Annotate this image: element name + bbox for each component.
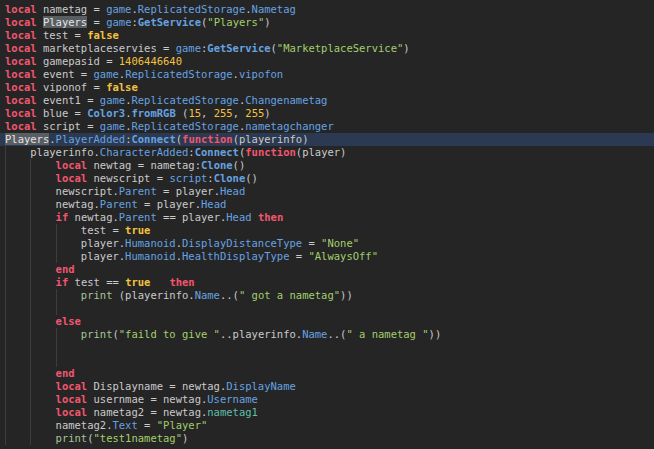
code-token-str: " got a nametag" [239,289,340,301]
code-line[interactable]: local Players = game:GetService("Players… [0,16,654,29]
code-line[interactable] [0,354,654,367]
code-token-blue: DisplayName [226,380,296,392]
code-token-blue: CharacterAdded [100,146,189,158]
code-line[interactable]: if newtag.Parent == player.Head then [0,211,654,224]
code-token-mth: Connect [131,133,175,145]
code-token-mth: fromRGB [131,107,175,119]
code-area[interactable]: local nametag = game.ReplicatedStorage.N… [0,0,654,445]
code-token-pl [5,263,56,275]
code-line[interactable]: newtag.Parent = player.Head [0,198,654,211]
script-editor[interactable]: local nametag = game.ReplicatedStorage.N… [0,0,654,449]
code-line[interactable]: print("test1nametag") [0,432,654,445]
code-line[interactable]: local event = game.ReplicatedStorage.vip… [0,68,654,81]
code-token-mth: Color3 [87,107,125,119]
code-token-str: "Player" [157,419,208,431]
code-token-blue: game [94,68,119,80]
occurrence-highlight: Players [5,133,49,145]
code-token-blue: HealthDisplayType [182,250,289,262]
code-token-kw: then [258,211,283,223]
code-token-pl [5,367,56,379]
code-token-blue: DisplayDistanceType [182,237,302,249]
code-token-kw: end [56,367,75,379]
code-token-str: "Players" [207,16,264,28]
code-token-str: "None" [321,237,359,249]
code-line[interactable]: local gamepasid = 1406446640 [0,55,654,68]
code-line[interactable]: player.Humanoid.HealthDisplayType = "Alw… [0,250,654,263]
code-token-pl: = [87,16,106,28]
code-token-pl: = [138,419,157,431]
code-line[interactable]: local Displayname = newtag.DisplayName [0,380,654,393]
code-token-pl: blue = [37,107,88,119]
code-line[interactable]: else [0,315,654,328]
code-token-pl: )) [340,289,353,301]
code-token-kw: local [56,159,88,171]
code-line[interactable]: end [0,263,654,276]
code-line[interactable]: local marketplaceservies = game:GetServi… [0,42,654,55]
code-token-blue: Head [220,185,245,197]
code-line[interactable]: local event1 = game.ReplicatedStorage.Ch… [0,94,654,107]
code-line[interactable]: local test = false [0,29,654,42]
code-line[interactable]: local script = game.ReplicatedStorage.na… [0,120,654,133]
code-token-blue: Name [195,289,220,301]
code-token-blue: game [100,94,125,106]
code-line[interactable]: playerinfo.CharacterAdded:Connect(functi… [0,146,654,159]
code-line[interactable]: local blue = Color3.fromRGB (15, 255, 25… [0,107,654,120]
code-line[interactable]: local nametag = game.ReplicatedStorage.N… [0,3,654,16]
code-line[interactable]: print (playerinfo.Name..(" got a nametag… [0,289,654,302]
code-token-pl [5,315,56,327]
code-token-blue: Changenametag [245,94,327,106]
code-token-pl: () [233,159,246,171]
code-line[interactable]: local nametag2 = newtag.nametag1 [0,406,654,419]
code-token-str: "MarketplaceService" [277,42,403,54]
code-token-kw: function [182,133,233,145]
code-token-pl: test = [37,29,88,41]
code-token-mth: GetService [138,16,201,28]
code-token-kw: end [56,263,75,275]
code-line[interactable]: local usernmae = newtag.Username [0,393,654,406]
code-line[interactable]: end [0,367,654,380]
code-line[interactable]: player.Humanoid.DisplayDistanceType = "N… [0,237,654,250]
code-token-pl: test == [68,276,125,288]
code-token-kw: local [56,380,88,392]
code-line[interactable]: print("faild to give "..playerinfo.Name.… [0,328,654,341]
code-line[interactable]: local newtag = nametag:Clone() [0,159,654,172]
code-token-pl: (playerinfo) [233,133,309,145]
code-token-kw: local [5,42,37,54]
code-line[interactable]: newscript.Parent = player.Head [0,185,654,198]
code-token-str: "AlwaysOff" [308,250,378,262]
code-token-pl: newtag. [68,211,119,223]
code-token-kw: local [56,406,88,418]
code-token-pl: )) [429,328,442,340]
code-token-pl [150,276,169,288]
code-token-blue: vipofon [239,68,283,80]
code-token-pl: ..( [220,289,239,301]
code-token-kw: local [5,120,37,132]
code-token-blue: Head [226,211,251,223]
code-token-kw: local [5,29,37,41]
code-token-kw: local [5,16,37,28]
code-token-pl: nametag2 = newtag. [87,406,207,418]
code-token-pl: ) [264,16,270,28]
code-token-pl [5,328,81,340]
code-token-pl: nametag2. [5,419,112,431]
code-token-mth: Connect [195,146,239,158]
code-line[interactable]: nametag2.Text = "Player" [0,419,654,432]
code-token-pl: (player) [296,146,347,158]
code-token-mth: GetService [207,42,270,54]
code-token-pl: (playerinfo. [112,289,194,301]
code-token-blue: ReplicatedStorage [131,120,238,132]
code-line[interactable] [0,341,654,354]
code-line[interactable]: test = true [0,224,654,237]
code-line[interactable]: local viponof = false [0,81,654,94]
code-line-current[interactable]: Players.PlayerAdded:Connect(function(pla… [0,133,654,146]
code-token-kw: local [5,107,37,119]
code-token-pl: Displayname = newtag. [87,380,226,392]
code-line[interactable]: local newscript = script:Clone() [0,172,654,185]
code-token-pl [5,159,56,171]
code-token-pl [5,211,56,223]
code-line[interactable] [0,302,654,315]
code-token-pl: player. [5,237,125,249]
code-line[interactable]: if test == true then [0,276,654,289]
code-token-pl: event = [37,68,94,80]
code-token-kw: function [245,146,296,158]
